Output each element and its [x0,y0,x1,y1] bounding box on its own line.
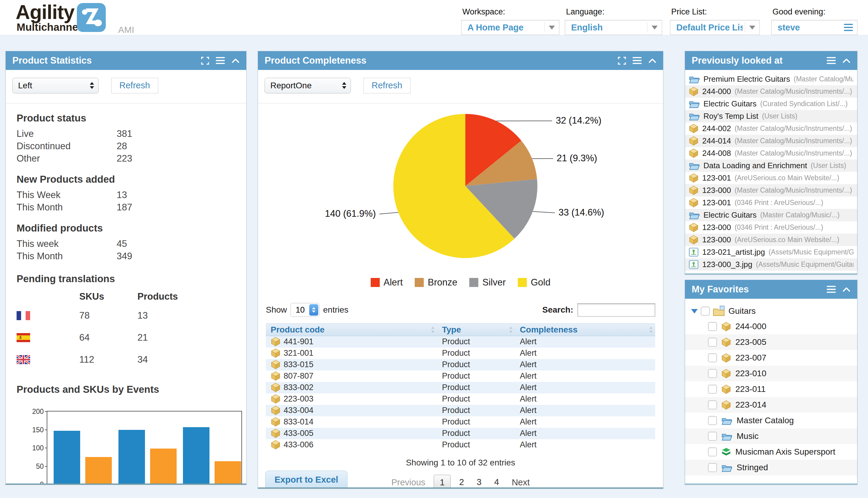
collapse-icon[interactable] [231,58,240,63]
item-checkbox[interactable] [708,369,717,378]
pricelist-select[interactable]: Default Price List [670,20,760,35]
table-row[interactable]: 433-004ProductAlert [266,405,655,416]
favorites-tree-item[interactable]: Stringed [685,460,857,475]
bar-skus[interactable] [215,461,241,484]
item-checkbox[interactable] [708,400,717,409]
sort-icon[interactable] [509,327,513,333]
list-item[interactable]: Data Loading and Enrichment(User Lists) [685,159,857,172]
page-number-button[interactable]: 2 [455,475,468,488]
previous-page-button[interactable]: Previous [387,477,429,487]
item-checkbox[interactable] [708,416,717,425]
completeness-report-select[interactable]: ReportOne [265,78,351,93]
cell-product-code: 223-003 [266,393,437,405]
item-label[interactable]: 223-005 [735,337,766,347]
sort-icon[interactable] [649,327,653,333]
page-number-button[interactable]: 4 [490,475,503,488]
collapse-icon[interactable] [842,58,851,63]
item-label[interactable]: 244-000 [735,322,766,331]
table-row[interactable]: 321-001ProductAlert [266,348,655,359]
list-item[interactable]: 123-000(Master Catalog/Music/Instruments… [685,184,857,197]
item-label[interactable]: 223-011 [735,384,766,394]
item-checkbox[interactable] [708,385,717,394]
workspace-select[interactable]: A Home Page [461,20,559,35]
column-header[interactable]: Type [437,324,515,336]
item-label[interactable]: 223-007 [735,353,766,363]
bar-skus[interactable] [150,448,177,484]
item-checkbox[interactable] [708,322,717,331]
table-row[interactable]: 833-014ProductAlert [266,416,655,428]
favorites-tree-item[interactable]: 223-007 [685,350,857,366]
next-page-button[interactable]: Next [508,477,534,487]
favorites-tree-item[interactable]: 223-014 [685,397,857,413]
table-row[interactable]: 833-002ProductAlert [266,382,655,393]
tree-expand-icon[interactable] [691,309,698,314]
list-item[interactable]: 244-002(Master Catalog/Music/Instruments… [685,122,857,135]
favorites-tree-item[interactable]: Musicman Axis Supersport [685,444,857,460]
user-menu[interactable]: steve [771,20,857,35]
menu-icon[interactable] [216,57,225,64]
export-to-excel-button[interactable]: Export to Excel [265,471,347,487]
list-item[interactable]: Electric Guitars(Curated Syndication Lis… [685,98,857,110]
list-item[interactable]: 244-000(Master Catalog/Music/Instruments… [685,85,857,98]
search-input[interactable] [577,303,655,316]
table-row[interactable]: 433-005ProductAlert [266,428,655,439]
language-select[interactable]: English [565,20,662,35]
bar-products[interactable] [183,427,210,484]
item-label[interactable]: Stringed [737,463,768,472]
item-label[interactable]: 223-014 [735,400,766,410]
table-row[interactable]: 223-003ProductAlert [266,393,655,405]
list-item[interactable]: 123-000(AreUSerious.co Main Website/...) [685,234,857,246]
favorites-root-label[interactable]: Guitars [729,306,756,316]
page-number-button[interactable]: 3 [472,475,486,488]
favorites-tree-item[interactable]: 223-005 [685,334,857,350]
table-row[interactable]: 441-901ProductAlert [266,336,655,348]
favorites-root-node[interactable]: Guitars [685,304,857,319]
list-item[interactable]: 123-000(0346 Print : AreUSerious/...) [685,221,857,234]
favorites-tree-item[interactable]: Music [685,428,857,444]
expand-icon[interactable] [618,57,626,65]
bar-products[interactable] [54,431,80,484]
list-item[interactable]: 244-008(Master Catalog/Music/Instruments… [685,147,857,159]
menu-icon[interactable] [827,286,836,293]
item-checkbox[interactable] [708,338,717,347]
favorites-tree-item[interactable]: Master Catalog [685,413,857,428]
table-row[interactable]: 433-006ProductAlert [266,439,655,451]
item-checkbox[interactable] [708,463,717,472]
item-checkbox[interactable] [708,432,717,441]
list-item[interactable]: Premium Electric Guitars(Master Catalog/… [685,73,857,85]
favorites-tree-item[interactable]: 223-010 [685,366,857,381]
item-checkbox[interactable] [708,353,717,362]
item-label[interactable]: 223-010 [735,369,766,378]
item-checkbox[interactable] [708,447,717,456]
list-item[interactable]: 244-014(Master Catalog/Music/Instruments… [685,135,857,147]
list-item[interactable]: Electric Guitars(Master Catalog/Music/..… [685,209,857,221]
list-item[interactable]: Roy's Temp List(User Lists) [685,110,857,122]
page-length-select[interactable]: 10 [291,303,319,317]
list-item[interactable]: 123-001(0346 Print : AreUSerious/...) [685,197,857,209]
table-row[interactable]: 833-015ProductAlert [266,359,655,370]
list-item[interactable]: 123-001(AreUSerious.co Main Website/...) [685,172,857,184]
list-item[interactable]: 123-000_3.jpg(Assets/Music Equipment/Gui… [685,258,857,271]
favorites-tree-item[interactable]: 223-011 [685,381,857,397]
list-item[interactable]: 123-021_artist.jpg(Assets/Music Equipmen… [685,246,857,258]
item-label[interactable]: Musicman Axis Supersport [735,447,835,457]
favorites-root-checkbox[interactable] [701,306,710,316]
favorites-tree-item[interactable]: 244-000 [685,319,857,334]
column-header[interactable]: Completeness [515,324,655,336]
item-label[interactable]: Master Catalog [737,416,794,425]
item-label[interactable]: Music [737,431,759,441]
menu-icon[interactable] [632,57,642,64]
expand-icon[interactable] [201,57,209,65]
bar-products[interactable] [118,430,145,484]
stats-report-select[interactable]: Left [12,78,98,93]
menu-icon[interactable] [827,57,836,64]
sort-icon[interactable] [431,327,435,333]
completeness-refresh-button[interactable]: Refresh [363,78,411,93]
stats-refresh-button[interactable]: Refresh [111,78,158,93]
collapse-icon[interactable] [648,58,656,63]
column-header[interactable]: Product code [266,324,437,336]
page-number-button[interactable]: 1 [434,475,451,488]
collapse-icon[interactable] [842,287,851,292]
table-row[interactable]: 807-807ProductAlert [266,370,655,382]
bar-skus[interactable] [85,457,112,484]
